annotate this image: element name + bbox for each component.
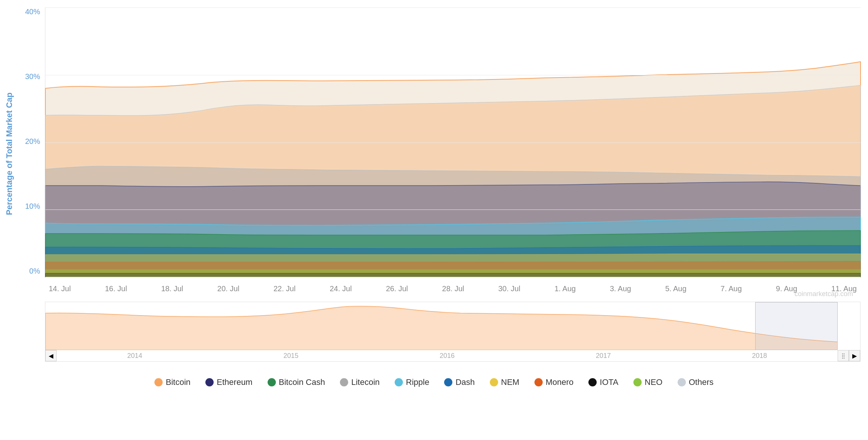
- nav-tick-2018: 2018: [752, 352, 767, 360]
- others-label: Others: [689, 377, 714, 387]
- nav-svg: [45, 302, 838, 350]
- litecoin-dot: [340, 378, 348, 386]
- nav-tick-2014: 2014: [127, 352, 142, 360]
- x-tick-3: 18. Jul: [161, 284, 183, 293]
- legend-area: Bitcoin Ethereum Bitcoin Cash Litecoin R…: [0, 364, 868, 401]
- x-tick-4: 20. Jul: [217, 284, 239, 293]
- nem-label: NEM: [501, 377, 519, 387]
- watermark: coinmarketcap.com: [795, 290, 853, 298]
- y-tick-30: 30%: [22, 72, 43, 81]
- ripple-dot: [395, 378, 403, 386]
- y-tick-40: 40%: [22, 7, 43, 16]
- bitcoin-dot: [154, 378, 163, 386]
- grid-line-10: [45, 210, 861, 210]
- main-chart-area: Percentage of Total Market Cap 40% 30% 2…: [0, 7, 868, 300]
- grid-line-20: [45, 142, 861, 143]
- left-arrow-icon: ◀: [49, 352, 53, 359]
- resize-icon: ⣿: [841, 353, 845, 359]
- legend-litecoin[interactable]: Litecoin: [340, 377, 380, 387]
- legend-bitcoin-cash[interactable]: Bitcoin Cash: [268, 377, 325, 387]
- nav-tick-2016: 2016: [440, 352, 455, 360]
- y-tick-20: 20%: [22, 137, 43, 146]
- x-tick-14: 9. Aug: [776, 284, 797, 293]
- neo-dot: [633, 378, 642, 386]
- x-tick-6: 24. Jul: [330, 284, 352, 293]
- x-tick-9: 30. Jul: [498, 284, 521, 293]
- nav-right-arrow[interactable]: ▶: [849, 350, 860, 361]
- bitcoin-cash-dot: [268, 378, 276, 386]
- legend-neo[interactable]: NEO: [633, 377, 663, 387]
- legend-dash[interactable]: Dash: [444, 377, 474, 387]
- nav-tick-2017: 2017: [596, 352, 611, 360]
- legend-bitcoin[interactable]: Bitcoin: [154, 377, 190, 387]
- chart-plot-area: [45, 7, 861, 277]
- chart-container: Percentage of Total Market Cap 40% 30% 2…: [0, 0, 868, 440]
- bitcoin-cash-label: Bitcoin Cash: [279, 377, 325, 387]
- nav-x-labels: 2014 2015 2016 2017 2018: [57, 350, 838, 361]
- y-tick-10: 10%: [22, 202, 43, 211]
- litecoin-label: Litecoin: [351, 377, 380, 387]
- right-arrow-icon: ▶: [852, 352, 857, 359]
- nem-dot: [490, 378, 498, 386]
- grid-line-40: [45, 7, 861, 8]
- legend-ripple[interactable]: Ripple: [395, 377, 429, 387]
- iota-area: [45, 273, 861, 277]
- y-axis-ticks: 40% 30% 20% 10% 0%: [22, 7, 43, 277]
- y-axis-label: Percentage of Total Market Cap: [0, 7, 19, 300]
- iota-label: IOTA: [600, 377, 618, 387]
- ripple-label: Ripple: [406, 377, 429, 387]
- bitcoin-label: Bitcoin: [166, 377, 190, 387]
- y-tick-0: 0%: [22, 267, 43, 275]
- x-tick-11: 3. Aug: [610, 284, 631, 293]
- grid-line-30: [45, 75, 861, 75]
- dash-label: Dash: [455, 377, 474, 387]
- x-tick-1: 14. Jul: [49, 284, 71, 293]
- nav-resize-handle[interactable]: ⣿: [838, 350, 849, 361]
- nav-left-arrow[interactable]: ◀: [45, 350, 57, 361]
- nav-bitcoin-line: [45, 306, 838, 350]
- ethereum-label: Ethereum: [217, 377, 252, 387]
- legend-ethereum[interactable]: Ethereum: [205, 377, 252, 387]
- legend-nem[interactable]: NEM: [490, 377, 519, 387]
- neo-label: NEO: [645, 377, 663, 387]
- legend-monero[interactable]: Monero: [534, 377, 574, 387]
- nav-scroll-handle[interactable]: [755, 302, 838, 350]
- x-tick-8: 28. Jul: [442, 284, 464, 293]
- navigator-inner: [45, 302, 838, 350]
- legend-iota[interactable]: IOTA: [588, 377, 618, 387]
- x-tick-12: 5. Aug: [665, 284, 687, 293]
- monero-dot: [534, 378, 543, 386]
- monero-label: Monero: [546, 377, 574, 387]
- x-tick-10: 1. Aug: [554, 284, 576, 293]
- x-tick-13: 7. Aug: [721, 284, 742, 293]
- x-tick-7: 26. Jul: [386, 284, 408, 293]
- legend-others[interactable]: Others: [678, 377, 714, 387]
- dash-dot: [444, 378, 452, 386]
- nav-tick-2015: 2015: [283, 352, 298, 360]
- others-dot: [678, 378, 686, 386]
- x-tick-2: 16. Jul: [105, 284, 127, 293]
- chart-with-yaxis: 40% 30% 20% 10% 0%: [22, 7, 861, 300]
- ethereum-dot: [205, 378, 214, 386]
- x-tick-5: 22. Jul: [274, 284, 296, 293]
- iota-dot: [588, 378, 597, 386]
- x-axis-labels: 14. Jul 16. Jul 18. Jul 20. Jul 22. Jul …: [45, 277, 861, 300]
- navigator-area: ◀ ▶ ⣿ 2014 2015 2016 2017 2018: [45, 302, 861, 362]
